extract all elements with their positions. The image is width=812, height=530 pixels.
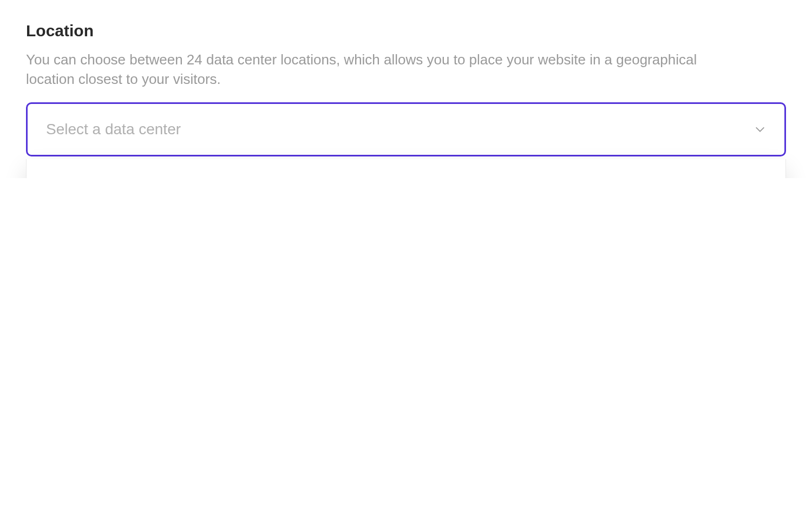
option-label: Iowa (US Central) — [45, 175, 157, 178]
select-placeholder: Select a data center — [46, 121, 181, 138]
data-center-select[interactable]: Select a data center — [26, 102, 786, 156]
dropdown-option[interactable]: Iowa (US Central) — [27, 161, 785, 178]
section-heading: Location — [26, 22, 786, 40]
data-center-select-wrapper: Select a data center Iowa (US Central)Ja… — [26, 102, 786, 156]
chevron-down-icon — [754, 123, 766, 135]
section-description: You can choose between 24 data center lo… — [26, 50, 719, 89]
data-center-dropdown: Iowa (US Central)Jakarta (ID)Las Vegas (… — [26, 159, 786, 178]
